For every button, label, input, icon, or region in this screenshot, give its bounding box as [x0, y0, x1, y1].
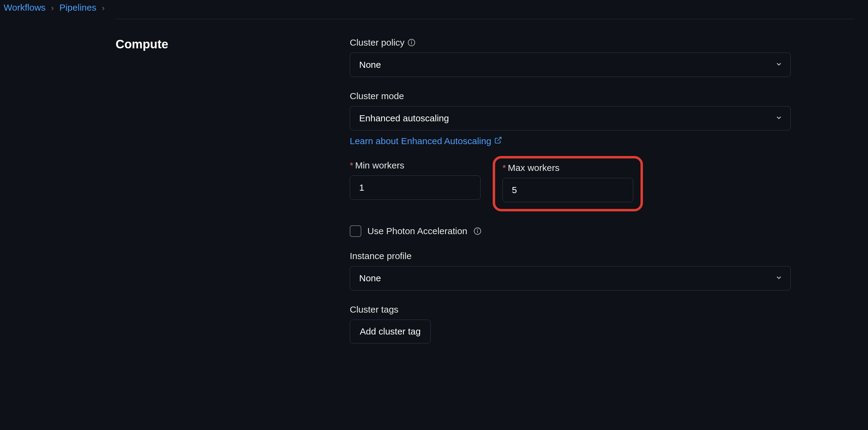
required-asterisk: *: [350, 160, 353, 170]
max-workers-highlight: *Max workers: [493, 156, 643, 211]
cluster-mode-label: Cluster mode: [350, 91, 404, 101]
info-icon[interactable]: [407, 39, 415, 47]
info-icon[interactable]: [473, 227, 482, 235]
min-workers-label: Min workers: [355, 160, 404, 170]
workers-row: *Min workers *Max workers: [350, 160, 791, 211]
chevron-down-icon: [775, 273, 782, 283]
instance-profile-value: None: [359, 273, 381, 283]
external-link-icon: [494, 136, 502, 146]
chevron-down-icon: [775, 113, 782, 123]
photon-checkbox[interactable]: [350, 225, 361, 237]
add-cluster-tag-button[interactable]: Add cluster tag: [350, 319, 431, 343]
breadcrumb-workflows[interactable]: Workflows: [4, 2, 45, 12]
required-asterisk: *: [502, 163, 506, 173]
photon-field: Use Photon Acceleration: [350, 225, 791, 237]
max-workers-input[interactable]: [502, 178, 633, 202]
chevron-down-icon: [775, 60, 782, 70]
cluster-tags-label: Cluster tags: [350, 304, 398, 315]
chevron-right-icon: ›: [102, 3, 104, 12]
cluster-tags-field: Cluster tags Add cluster tag: [350, 304, 791, 343]
cluster-policy-field: Cluster policy None: [350, 37, 791, 77]
svg-point-2: [411, 41, 412, 41]
enhanced-autoscaling-link[interactable]: Learn about Enhanced Autoscaling: [350, 136, 502, 146]
min-workers-input[interactable]: [350, 176, 480, 200]
instance-profile-label: Instance profile: [350, 251, 411, 261]
svg-line-3: [498, 137, 501, 141]
section-title-compute: Compute: [116, 37, 350, 357]
cluster-mode-value: Enhanced autoscaling: [359, 113, 449, 123]
cluster-mode-field: Cluster mode Enhanced autoscaling Learn …: [350, 91, 791, 146]
breadcrumb: Workflows › Pipelines ›: [0, 0, 868, 19]
instance-profile-field: Instance profile None: [350, 251, 791, 290]
cluster-policy-value: None: [359, 60, 381, 70]
svg-point-6: [477, 229, 477, 229]
chevron-right-icon: ›: [51, 3, 54, 12]
cluster-policy-label: Cluster policy: [350, 37, 404, 48]
min-workers-field: *Min workers: [350, 160, 480, 200]
cluster-policy-select[interactable]: None: [350, 53, 791, 77]
cluster-mode-select[interactable]: Enhanced autoscaling: [350, 106, 791, 130]
max-workers-field: *Max workers: [502, 163, 633, 202]
instance-profile-select[interactable]: None: [350, 266, 791, 290]
photon-label: Use Photon Acceleration: [367, 226, 467, 236]
link-text: Learn about Enhanced Autoscaling: [350, 136, 491, 146]
max-workers-label: Max workers: [508, 163, 560, 173]
breadcrumb-pipelines[interactable]: Pipelines: [59, 2, 96, 12]
